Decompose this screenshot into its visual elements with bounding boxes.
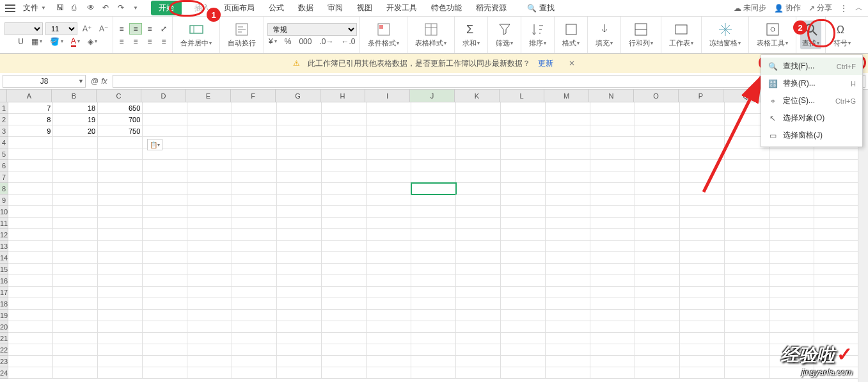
cell-B21[interactable] <box>53 333 98 344</box>
row-header-10[interactable]: 10 <box>0 206 8 218</box>
hamburger-icon[interactable] <box>5 4 15 12</box>
merge-button[interactable]: 合并居中▾ <box>177 20 216 49</box>
cell-Q5[interactable] <box>725 148 769 160</box>
cell-O8[interactable] <box>635 183 680 195</box>
cell-G22[interactable] <box>277 344 322 356</box>
cell-R11[interactable] <box>769 218 814 229</box>
cell-N18[interactable] <box>590 298 635 310</box>
cell-S13[interactable] <box>814 241 858 252</box>
cell-G1[interactable] <box>277 102 322 114</box>
cell-G21[interactable] <box>277 333 322 344</box>
cell-P20[interactable] <box>680 321 725 333</box>
cell-H23[interactable] <box>322 356 367 367</box>
cell-O11[interactable] <box>635 218 680 229</box>
cell-O1[interactable] <box>635 102 680 114</box>
cell-N19[interactable] <box>590 310 635 321</box>
cell-B16[interactable] <box>53 275 98 287</box>
cell-B14[interactable] <box>53 252 98 264</box>
cell-J4[interactable] <box>411 137 456 148</box>
cell-B11[interactable] <box>53 218 98 229</box>
cell-B8[interactable] <box>53 183 98 195</box>
cell-K16[interactable] <box>456 275 501 287</box>
cell-E6[interactable] <box>187 160 232 171</box>
cell-O12[interactable] <box>635 229 680 241</box>
cell-A14[interactable] <box>8 252 53 264</box>
wrap-button[interactable]: 自动换行 <box>224 20 260 49</box>
cell-E14[interactable] <box>187 252 232 264</box>
cell-C12[interactable] <box>98 229 143 241</box>
decrease-decimal-icon[interactable]: ←.0 <box>338 36 358 47</box>
row-header-5[interactable]: 5 <box>0 148 8 160</box>
cell-E13[interactable] <box>187 241 232 252</box>
cell-K7[interactable] <box>456 171 501 183</box>
cell-D11[interactable] <box>143 218 187 229</box>
cell-P11[interactable] <box>680 218 725 229</box>
col-header-N[interactable]: N <box>589 90 634 102</box>
cell-C18[interactable] <box>98 298 143 310</box>
table-style-button[interactable]: 表格样式▾ <box>411 20 450 49</box>
font-decrease-icon[interactable]: A⁻ <box>97 23 111 35</box>
cell-C13[interactable] <box>98 241 143 252</box>
cell-E3[interactable] <box>187 125 232 137</box>
cell-Q9[interactable] <box>725 195 769 206</box>
cell-N24[interactable] <box>590 367 635 379</box>
cell-F15[interactable] <box>232 264 277 275</box>
tools-button[interactable]: 表格工具▾ <box>753 20 792 49</box>
cell-Q12[interactable] <box>725 229 769 241</box>
row-header-8[interactable]: 8 <box>0 183 8 195</box>
cell-D12[interactable] <box>143 229 187 241</box>
cell-C4[interactable] <box>98 137 143 148</box>
row-header-20[interactable]: 20 <box>0 321 8 333</box>
cell-E5[interactable] <box>187 148 232 160</box>
cell-R16[interactable] <box>769 275 814 287</box>
cell-D20[interactable] <box>143 321 187 333</box>
cell-H12[interactable] <box>322 229 367 241</box>
cell-N20[interactable] <box>590 321 635 333</box>
cell-M20[interactable] <box>546 321 590 333</box>
font-color-icon[interactable]: A▾ <box>68 35 83 48</box>
cell-H13[interactable] <box>322 241 367 252</box>
row-header-13[interactable]: 13 <box>0 241 8 252</box>
col-header-D[interactable]: D <box>141 90 186 102</box>
tab-data[interactable]: 数据 <box>297 1 315 15</box>
cell-H15[interactable] <box>322 264 367 275</box>
cell-D10[interactable] <box>143 206 187 218</box>
cells-grid[interactable]: 📋▾ 718650819700920750 <box>8 102 858 379</box>
cell-J16[interactable] <box>411 275 456 287</box>
cell-P12[interactable] <box>680 229 725 241</box>
cell-K4[interactable] <box>456 137 501 148</box>
cell-E8[interactable] <box>187 183 232 195</box>
cell-J22[interactable] <box>411 344 456 356</box>
align-right-icon[interactable]: ≡ <box>143 36 156 47</box>
cell-A7[interactable] <box>8 171 53 183</box>
cell-M21[interactable] <box>546 333 590 344</box>
cell-L11[interactable] <box>501 218 546 229</box>
cell-J12[interactable] <box>411 229 456 241</box>
cell-O6[interactable] <box>635 160 680 171</box>
cell-Q13[interactable] <box>725 241 769 252</box>
row-header-15[interactable]: 15 <box>0 264 8 275</box>
cell-C6[interactable] <box>98 160 143 171</box>
cell-P21[interactable] <box>680 333 725 344</box>
cell-R17[interactable] <box>769 287 814 298</box>
cell-I19[interactable] <box>367 310 411 321</box>
cell-B13[interactable] <box>53 241 98 252</box>
row-header-14[interactable]: 14 <box>0 252 8 264</box>
cell-H1[interactable] <box>322 102 367 114</box>
cell-J3[interactable] <box>411 125 456 137</box>
cell-P18[interactable] <box>680 298 725 310</box>
cell-F18[interactable] <box>232 298 277 310</box>
cell-J10[interactable] <box>411 206 456 218</box>
cell-A16[interactable] <box>8 275 53 287</box>
rowcol-button[interactable]: 行和列▾ <box>625 20 657 49</box>
row-header-4[interactable]: 4 <box>0 137 8 148</box>
cell-E2[interactable] <box>187 114 232 125</box>
cell-J17[interactable] <box>411 287 456 298</box>
cell-I4[interactable] <box>367 137 411 148</box>
worksheet-button[interactable]: 工作表▾ <box>665 20 697 49</box>
col-header-I[interactable]: I <box>365 90 410 102</box>
cell-G7[interactable] <box>277 171 322 183</box>
cell-R12[interactable] <box>769 229 814 241</box>
cell-N14[interactable] <box>590 252 635 264</box>
cell-G14[interactable] <box>277 252 322 264</box>
